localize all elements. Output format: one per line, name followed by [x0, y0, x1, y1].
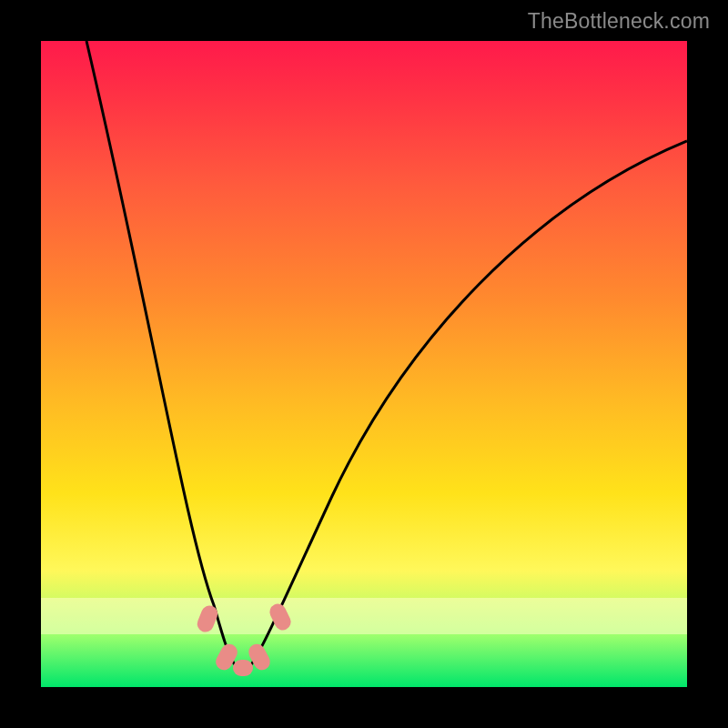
marker-group: [195, 602, 294, 676]
curve-layer: [41, 41, 687, 687]
watermark-text: TheBottleneck.com: [528, 9, 710, 34]
plot-area: [36, 36, 692, 692]
chart-frame: TheBottleneck.com: [0, 0, 728, 728]
curve-marker: [233, 660, 253, 676]
bottleneck-curve: [86, 41, 687, 670]
